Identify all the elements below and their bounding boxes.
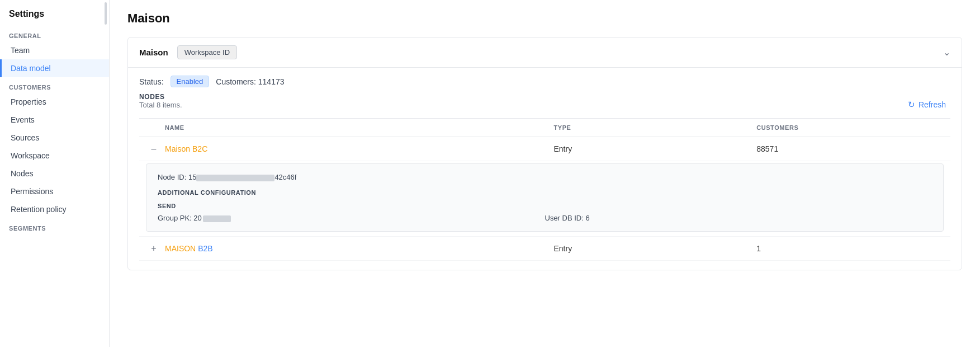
node-detail-cell: Node ID: 1542c46f ADDITIONAL CONFIGURATI… [139, 161, 950, 237]
sidebar-item-data-model[interactable]: Data model [0, 59, 109, 77]
group-pk-redacted [203, 215, 231, 222]
nodes-table: NAME TYPE CUSTOMERS – Maison B2C [139, 118, 950, 261]
status-badge: Enabled [171, 76, 210, 87]
node-detail-row: Node ID: 1542c46f ADDITIONAL CONFIGURATI… [139, 161, 950, 237]
nodes-section: NODES Total 8 items. ↻ Refresh NAME TYPE… [128, 93, 962, 270]
node-name-link[interactable]: Maison B2C [165, 144, 207, 153]
table-header-row: NAME TYPE CUSTOMERS [139, 119, 950, 137]
col-header-type: TYPE [545, 119, 748, 137]
chevron-down-icon[interactable]: ⌄ [943, 47, 950, 58]
sidebar-item-properties[interactable]: Properties [0, 93, 109, 111]
table-row: + MAISON B2B Entry 1 [139, 237, 950, 261]
sidebar-item-nodes[interactable]: Nodes [0, 165, 109, 182]
customers-count: Customers: 114173 [216, 77, 284, 86]
nodes-total: Total 8 items. [139, 101, 182, 109]
workspace-id-button[interactable]: Workspace ID [177, 45, 237, 59]
sidebar-item-workspace[interactable]: Workspace [0, 147, 109, 165]
workspace-card: Maison Workspace ID ⌄ Status: Enabled Cu… [127, 37, 962, 270]
node-name-b2b: B2B [198, 244, 212, 253]
node-name-cell: + MAISON B2B [139, 237, 545, 261]
refresh-label: Refresh [919, 100, 946, 109]
sidebar-item-permissions[interactable]: Permissions [0, 182, 109, 200]
send-section-title: SEND [158, 203, 932, 209]
nodes-title: NODES [139, 93, 182, 101]
sidebar-item-team[interactable]: Team [0, 41, 109, 59]
node-name-link[interactable]: MAISON B2B [165, 244, 213, 253]
node-id-prefix: Node ID: 15 [158, 173, 196, 181]
col-header-name: NAME [139, 119, 545, 137]
node-customers-cell: 1 [747, 237, 950, 261]
node-customers-cell: 88571 [747, 137, 950, 161]
expand-icon[interactable]: + [148, 243, 159, 254]
node-detail-content: Node ID: 1542c46f ADDITIONAL CONFIGURATI… [146, 163, 944, 232]
send-row: Group PK: 20 User DB ID: 6 [158, 214, 932, 222]
additional-config-title: ADDITIONAL CONFIGURATION [158, 189, 932, 196]
sidebar-section-general: General [0, 26, 109, 41]
sidebar-section-customers: Customers [0, 77, 109, 93]
nodes-header-left: NODES Total 8 items. [139, 93, 182, 116]
group-pk-prefix: Group PK: 20 [158, 214, 202, 222]
refresh-button[interactable]: ↻ Refresh [903, 97, 950, 112]
node-type-cell: Entry [545, 137, 748, 161]
page-title: Maison [127, 11, 962, 26]
status-row: Status: Enabled Customers: 114173 [128, 68, 962, 93]
sidebar: Settings General Team Data model Custome… [0, 0, 110, 347]
send-group-pk: Group PK: 20 [158, 214, 545, 222]
node-id-row: Node ID: 1542c46f [158, 173, 932, 181]
node-name-maison: MAISON [165, 244, 198, 253]
node-id-suffix: 42c46f [274, 173, 296, 181]
node-id-redacted [196, 175, 274, 181]
sidebar-section-segments: Segments [0, 218, 109, 234]
status-label: Status: [139, 77, 164, 86]
sidebar-title: Settings [0, 9, 109, 26]
workspace-card-header: Maison Workspace ID ⌄ [128, 37, 962, 68]
table-row: – Maison B2C Entry 88571 [139, 137, 950, 161]
workspace-name: Maison [139, 48, 168, 57]
nodes-header: NODES Total 8 items. ↻ Refresh [139, 93, 950, 116]
collapse-icon[interactable]: – [148, 144, 159, 154]
sidebar-item-sources[interactable]: Sources [0, 129, 109, 147]
col-header-customers: CUSTOMERS [747, 119, 950, 137]
name-cell-content: + MAISON B2B [148, 243, 536, 254]
node-name-cell: – Maison B2C [139, 137, 545, 161]
node-type-cell: Entry [545, 237, 748, 261]
sidebar-item-retention-policy[interactable]: Retention policy [0, 200, 109, 218]
scroll-indicator [105, 2, 107, 25]
send-user-db-id: User DB ID: 6 [545, 214, 932, 222]
name-cell-content: – Maison B2C [148, 144, 536, 154]
workspace-header-left: Maison Workspace ID [139, 45, 237, 59]
main-content: Maison Maison Workspace ID ⌄ Status: Ena… [110, 0, 980, 347]
refresh-icon: ↻ [908, 100, 915, 110]
sidebar-item-events[interactable]: Events [0, 111, 109, 129]
